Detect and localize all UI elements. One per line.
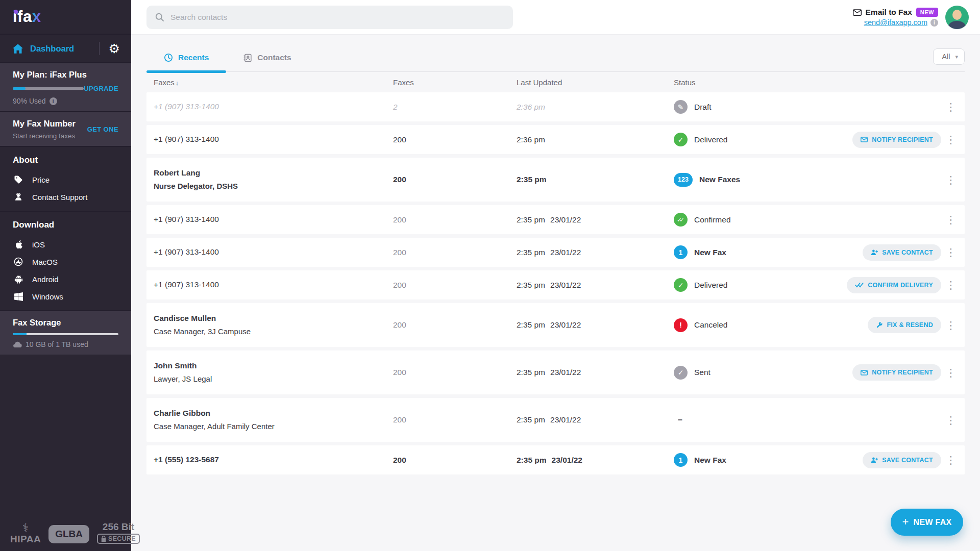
row-contact-name: Robert Lang xyxy=(154,167,393,179)
plan-progress-fill xyxy=(13,87,26,90)
table-row[interactable]: +1 (907) 313-1400 2 2:36 pm ✎Draft ⋮ xyxy=(146,92,965,121)
save-contact-button[interactable]: SAVE CONTACT xyxy=(863,452,941,468)
sidebar-item-android[interactable]: Android xyxy=(13,270,118,288)
row-last-updated: 2:35 pm23/01/22 xyxy=(517,368,674,377)
glba-badge: GLBA xyxy=(48,525,89,543)
tab-contacts[interactable]: Contacts xyxy=(226,53,308,72)
col-header-faxes-name[interactable]: Faxes↓ xyxy=(154,78,393,87)
storage-usage: 10 GB of 1 TB used xyxy=(26,340,88,348)
kebab-menu-icon[interactable]: ⋮ xyxy=(946,415,957,425)
table-row[interactable]: +1 (907) 313-1400 200 2:36 pm ✓Delivered… xyxy=(146,125,965,154)
envelope-icon xyxy=(853,9,862,16)
row-status: ✓✓Confirmed xyxy=(674,213,941,227)
storage-progress-fill xyxy=(13,333,27,335)
avatar[interactable] xyxy=(945,6,969,29)
search-icon xyxy=(155,12,164,22)
send-email-link[interactable]: send@ifaxapp.com xyxy=(864,18,927,27)
kebab-menu-icon[interactable]: ⋮ xyxy=(946,214,957,225)
row-contact-subtitle: Lawyer, JS Legal xyxy=(154,373,393,385)
table-row[interactable]: Robert Lang Nurse Delegator, DSHS 200 2:… xyxy=(146,158,965,202)
logo-row: ifax xyxy=(0,0,131,35)
notify-recipient-button[interactable]: NOTIFY RECIPIENT xyxy=(852,132,941,148)
row-fax-count: 200 xyxy=(393,368,517,377)
plan-title: My Plan: iFax Plus xyxy=(13,70,118,80)
dashboard-label: Dashboard xyxy=(30,44,74,54)
status-label: Delivered xyxy=(694,135,727,144)
kebab-menu-icon[interactable]: ⋮ xyxy=(946,247,957,258)
new-badge: NEW xyxy=(916,8,938,17)
table-row[interactable]: Charlie Gibbon Case Manager, Adult Famil… xyxy=(146,398,965,442)
row-fax-count: 200 xyxy=(393,456,517,465)
row-contact-subtitle: Case Manager, 3J Campuse xyxy=(154,326,393,337)
table-row[interactable]: +1 (907) 313-1400 200 2:35 pm23/01/22 ✓✓… xyxy=(146,205,965,234)
table-row[interactable]: +1 (907) 313-1400 200 2:35 pm23/01/22 ✓D… xyxy=(146,270,965,299)
row-last-updated: 2:35 pm xyxy=(517,175,674,184)
fax-number-title: My Fax Number xyxy=(13,119,76,129)
info-icon[interactable]: i xyxy=(50,97,57,105)
col-header-last-updated[interactable]: Last Updated xyxy=(517,78,674,87)
sidebar-item-price[interactable]: Price xyxy=(13,171,118,188)
row-contact-name: +1 (907) 313-1400 xyxy=(154,134,393,145)
kebab-menu-icon[interactable]: ⋮ xyxy=(946,102,957,112)
table-row[interactable]: +1 (907) 313-1400 200 2:35 pm23/01/22 1N… xyxy=(146,238,965,267)
download-title: Download xyxy=(13,220,118,230)
clock-icon xyxy=(164,53,173,62)
notify-recipient-button[interactable]: NOTIFY RECIPIENT xyxy=(852,364,941,381)
table-row[interactable]: +1 (555) 123-5687 200 2:35 pm23/01/22 1N… xyxy=(146,445,965,474)
sidebar-item-contact-support[interactable]: Contact Support xyxy=(13,188,118,206)
search-box[interactable] xyxy=(146,6,513,29)
kebab-menu-icon[interactable]: ⋮ xyxy=(946,174,957,185)
kebab-menu-icon[interactable]: ⋮ xyxy=(946,280,957,290)
table-row[interactable]: Candisce Mullen Case Manager, 3J Campuse… xyxy=(146,303,965,347)
gear-icon[interactable]: ⚙ xyxy=(109,42,120,55)
fix-resend-button[interactable]: FIX & RESEND xyxy=(868,317,941,333)
sidebar-item-windows[interactable]: Windows xyxy=(13,288,118,305)
status-dcheck-icon: ✓✓ xyxy=(674,213,688,227)
row-status: ✎Draft xyxy=(674,100,941,114)
row-contact-name: +1 (555) 123-5687 xyxy=(154,454,393,465)
tab-recents[interactable]: Recents xyxy=(146,53,226,72)
kebab-menu-icon[interactable]: ⋮ xyxy=(946,367,957,378)
email-to-fax-block: Email to Fax NEW send@ifaxapp.com i xyxy=(853,8,938,27)
storage-progress-track xyxy=(13,333,118,335)
ifax-logo[interactable]: ifax xyxy=(13,8,41,26)
envelope-icon xyxy=(861,370,868,375)
person-add-icon xyxy=(871,457,878,463)
col-header-status[interactable]: Status xyxy=(674,78,941,87)
kebab-menu-icon[interactable]: ⋮ xyxy=(946,134,957,145)
row-fax-count: 200 xyxy=(393,248,517,257)
get-one-button[interactable]: GET ONE xyxy=(87,126,118,133)
save-contact-button[interactable]: SAVE CONTACT xyxy=(863,244,941,261)
plan-progress-track xyxy=(13,87,84,90)
row-status: !Canceled xyxy=(674,318,868,332)
filter-dropdown[interactable]: All ▾ xyxy=(933,48,965,65)
status-dash: – xyxy=(674,415,682,424)
row-status: 123New Faxes xyxy=(674,173,941,187)
kebab-menu-icon[interactable]: ⋮ xyxy=(946,320,957,331)
new-fax-button[interactable]: + NEW FAX xyxy=(891,509,963,536)
sidebar-item-dashboard[interactable]: Dashboard ⚙ xyxy=(0,35,131,63)
row-contact-name: +1 (907) 313-1400 xyxy=(154,214,393,225)
table-row[interactable]: John Smith Lawyer, JS Legal 200 2:35 pm2… xyxy=(146,350,965,394)
row-last-updated: 2:35 pm23/01/22 xyxy=(517,215,674,224)
col-header-faxes-count[interactable]: Faxes xyxy=(393,78,517,87)
row-contact-subtitle: Nurse Delegator, DSHS xyxy=(154,181,393,192)
confirm-delivery-button[interactable]: CONFIRM DELIVERY xyxy=(847,277,941,293)
status-count-icon: 123 xyxy=(674,173,693,187)
plan-usage: 90% Used xyxy=(13,97,46,105)
row-fax-count: 200 xyxy=(393,175,517,184)
row-contact-name: +1 (907) 313-1400 xyxy=(154,246,393,258)
home-icon xyxy=(13,44,23,54)
row-last-updated: 2:36 pm xyxy=(517,103,674,112)
sidebar-item-macos[interactable]: MacOS xyxy=(13,253,118,270)
status-count-icon: 1 xyxy=(674,453,688,467)
row-fax-count: 200 xyxy=(393,415,517,424)
sidebar-item-ios[interactable]: iOS xyxy=(13,236,118,253)
kebab-menu-icon[interactable]: ⋮ xyxy=(946,455,957,465)
upgrade-button[interactable]: UPGRADE xyxy=(84,85,118,92)
search-input[interactable] xyxy=(170,13,505,22)
row-fax-count: 200 xyxy=(393,281,517,290)
fax-number-section: My Fax Number Start receiving faxes GET … xyxy=(0,111,131,146)
status-label: New Fax xyxy=(694,456,726,465)
info-icon[interactable]: i xyxy=(930,19,938,27)
